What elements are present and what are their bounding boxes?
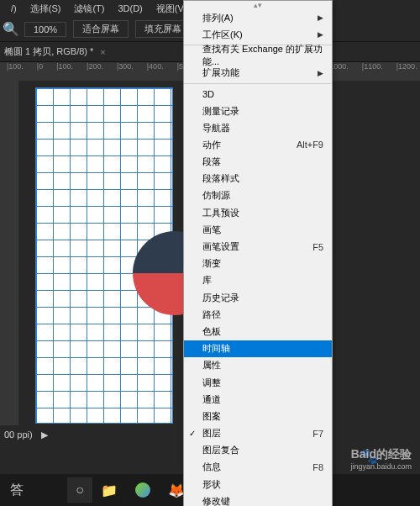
menu-item[interactable]: 动作Alt+F9 bbox=[184, 136, 332, 153]
menu-item-label: 形状 bbox=[202, 478, 221, 491]
menu-item-label: 排列(A) bbox=[202, 12, 234, 24]
menu-item[interactable]: 历史记录 bbox=[184, 289, 332, 306]
menu-item-label: 画笔 bbox=[202, 224, 221, 236]
window-menu: ▴▾排列(A)▶工作区(K)▶查找有关 Exchange 的扩展功能...扩展功… bbox=[183, 0, 333, 506]
menu-shortcut: F8 bbox=[312, 462, 323, 472]
menu-item-label: 历史记录 bbox=[202, 292, 239, 304]
menu-item[interactable]: 查找有关 Exchange 的扩展功能... bbox=[184, 47, 332, 64]
chevron-right-icon: ▶ bbox=[318, 30, 323, 39]
zoom-icon[interactable]: 🔍 bbox=[4, 23, 18, 36]
menu-item[interactable]: 滤镜(T) bbox=[67, 3, 111, 15]
menu-item[interactable]: 3D(D) bbox=[111, 3, 149, 13]
status-arrow[interactable]: ▶ bbox=[41, 430, 48, 440]
menu-item-label: 工作区(K) bbox=[202, 29, 243, 41]
menu-item[interactable]: 工作区(K)▶ bbox=[184, 26, 332, 43]
menu-item[interactable]: 色板 bbox=[184, 323, 332, 340]
taskbar-item[interactable]: 📁 bbox=[92, 474, 126, 506]
menu-item[interactable]: 测量记录 bbox=[184, 103, 332, 119]
menu-shortcut: F5 bbox=[312, 242, 323, 252]
watermark-brand: Baid的经验 bbox=[350, 447, 412, 462]
menu-item-label: 段落 bbox=[202, 155, 221, 168]
menu-item[interactable]: 3D bbox=[184, 86, 332, 103]
menu-item-label: 仿制源 bbox=[202, 189, 230, 202]
menu-item-label: 画笔设置 bbox=[202, 240, 239, 253]
menu-item[interactable]: 扩展功能▶ bbox=[184, 65, 332, 82]
doc-title: 椭圆 1 拷贝, RGB/8) * bbox=[4, 45, 93, 58]
menu-item-label: 3D bbox=[202, 89, 214, 99]
menu-item[interactable]: 导航器 bbox=[184, 119, 332, 136]
menu-item-label: 图层复合 bbox=[202, 444, 239, 456]
menu-item-label: 段落样式 bbox=[202, 172, 239, 185]
menu-item[interactable]: 修改键 bbox=[184, 493, 332, 506]
menu-item[interactable]: 时间轴 bbox=[184, 340, 332, 357]
menu-grip[interactable]: ▴▾ bbox=[184, 1, 332, 9]
menu-item-label: 工具预设 bbox=[202, 207, 239, 219]
menu-item-label: 动作 bbox=[202, 139, 221, 151]
menu-item-label: 渐变 bbox=[202, 257, 221, 270]
menu-item[interactable]: 段落 bbox=[184, 154, 332, 171]
check-icon: ✓ bbox=[189, 429, 196, 438]
menu-item-label: 通道 bbox=[202, 393, 221, 406]
menu-item-label: 路径 bbox=[202, 308, 221, 321]
menu-item[interactable]: 画笔设置F5 bbox=[184, 238, 332, 255]
menu-item[interactable]: 画笔 bbox=[184, 221, 332, 238]
menu-item-label: 测量记录 bbox=[202, 105, 239, 118]
menu-item[interactable]: 调整 bbox=[184, 374, 332, 391]
menu-item-label: 导航器 bbox=[202, 122, 230, 134]
chevron-right-icon: ▶ bbox=[318, 69, 323, 77]
menu-shortcut: F7 bbox=[312, 429, 323, 439]
taskbar-item[interactable] bbox=[126, 474, 160, 506]
menu-item[interactable]: 段落样式 bbox=[184, 171, 332, 187]
menu-separator bbox=[184, 83, 332, 84]
menu-item[interactable]: 信息F8 bbox=[184, 459, 332, 476]
menu-item[interactable]: 图层复合 bbox=[184, 442, 332, 459]
watermark-url: jingyan.baidu.com bbox=[350, 462, 412, 471]
close-icon[interactable]: × bbox=[100, 47, 105, 57]
menu-item-label: 修改键 bbox=[202, 495, 230, 506]
menu-item[interactable]: ✓图层F7 bbox=[184, 425, 332, 442]
menu-item[interactable]: 渐变 bbox=[184, 256, 332, 272]
menu-item[interactable]: 路径 bbox=[184, 306, 332, 323]
search-icon[interactable]: ○ bbox=[67, 477, 92, 503]
menu-item-label: 信息 bbox=[202, 461, 221, 473]
menu-item[interactable]: 仿制源 bbox=[184, 187, 332, 204]
menu-shortcut: Alt+F9 bbox=[297, 140, 323, 150]
zoom-level[interactable]: 100% bbox=[24, 22, 66, 37]
menu-item[interactable]: 库 bbox=[184, 272, 332, 289]
menu-item[interactable]: 图案 bbox=[184, 408, 332, 424]
chevron-right-icon: ▶ bbox=[318, 13, 323, 22]
fit-screen-button[interactable]: 适合屏幕 bbox=[73, 20, 129, 38]
menu-item[interactable]: 形状 bbox=[184, 476, 332, 493]
menu-item[interactable]: 工具预设 bbox=[184, 204, 332, 221]
menu-item-label: 图层 bbox=[202, 427, 221, 440]
menu-item[interactable]: 属性 bbox=[184, 357, 332, 374]
menu-item-label: 调整 bbox=[202, 377, 221, 389]
canvas[interactable] bbox=[35, 87, 173, 424]
watermark: Baid的经验 jingyan.baidu.com bbox=[350, 447, 412, 471]
menu-item[interactable]: 选择(S) bbox=[24, 3, 68, 15]
ruler-vertical bbox=[0, 81, 18, 425]
menu-item[interactable]: 通道 bbox=[184, 391, 332, 408]
menu-item[interactable]: /) bbox=[4, 3, 24, 13]
menu-item-label: 属性 bbox=[202, 359, 221, 372]
menu-item-label: 图案 bbox=[202, 410, 221, 423]
menu-item[interactable]: 排列(A)▶ bbox=[184, 9, 332, 26]
status-text: 00 ppi) bbox=[4, 430, 33, 440]
menu-item-label: 库 bbox=[202, 274, 212, 287]
menu-item-label: 时间轴 bbox=[202, 342, 230, 355]
menu-item-label: 扩展功能 bbox=[202, 66, 239, 79]
menu-item-label: 色板 bbox=[202, 325, 221, 338]
taskbar-item[interactable]: 答 bbox=[0, 474, 34, 506]
